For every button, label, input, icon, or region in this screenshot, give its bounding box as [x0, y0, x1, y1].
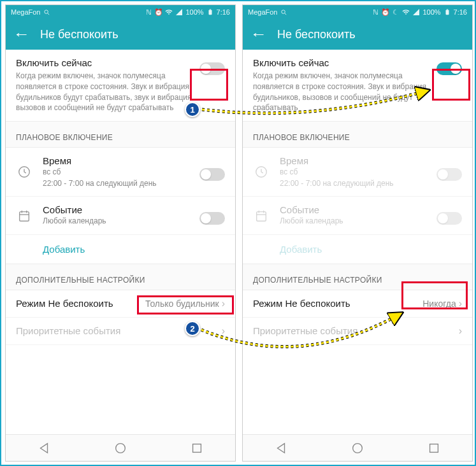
chevron-right-icon: › [222, 298, 225, 309]
enable-now-toggle[interactable] [436, 62, 462, 75]
status-bar: MegaFon ℕ ⏰ ☾ 100% 7:16 [243, 5, 472, 19]
annotation-badge-1: 1 [185, 102, 200, 117]
battery-label: 100% [185, 8, 203, 16]
nfc-icon: ℕ [145, 8, 152, 16]
page-title: Не беспокоить [40, 28, 119, 41]
svg-rect-5 [20, 211, 29, 221]
enable-now-row[interactable]: Включить сейчас Когда режим включен, зна… [6, 50, 235, 122]
nav-recent-icon[interactable] [427, 441, 441, 455]
time-label: Время [43, 155, 199, 166]
svg-point-20 [353, 443, 363, 453]
nav-back-icon[interactable] [37, 441, 51, 455]
event-toggle[interactable] [199, 212, 225, 225]
advanced-heading: ДОПОЛНИТЕЛЬНЫЕ НАСТРОЙКИ [6, 264, 235, 290]
time-row[interactable]: Время вс сб 22:00 - 7:00 на следующий де… [6, 148, 235, 197]
enable-now-title: Включить сейчас [253, 57, 430, 68]
carrier-label: MegaFon [11, 8, 40, 16]
svg-rect-3 [209, 9, 211, 10]
add-link: Добавить [243, 235, 472, 264]
chevron-right-icon: › [459, 298, 462, 309]
event-label: Событие [280, 204, 436, 215]
phone-screenshot-right: MegaFon ℕ ⏰ ☾ 100% 7:16 [242, 4, 473, 462]
signal-icon [412, 8, 420, 16]
nav-home-icon[interactable] [113, 441, 127, 455]
svg-line-12 [285, 13, 286, 14]
carrier-label: MegaFon [248, 8, 277, 16]
nav-recent-icon[interactable] [190, 441, 204, 455]
enable-now-row[interactable]: Включить сейчас Когда режим включен, зна… [243, 50, 472, 122]
settings-header: ← Не беспокоить [243, 19, 472, 50]
svg-rect-21 [430, 444, 438, 452]
event-toggle [436, 212, 462, 225]
dnd-mode-row[interactable]: Режим Не беспокоить Только будильник › [6, 290, 235, 318]
nav-home-icon[interactable] [350, 441, 364, 455]
time-range: 22:00 - 7:00 на следующий день [43, 179, 199, 189]
chevron-right-icon: › [222, 325, 225, 337]
enable-now-toggle[interactable] [199, 62, 225, 75]
time-label: 7:16 [454, 8, 467, 16]
add-link[interactable]: Добавить [6, 235, 235, 264]
time-days: вс сб [280, 167, 436, 178]
status-bar: MegaFon ℕ ⏰ 100% 7:16 [6, 5, 235, 19]
priority-label: Приоритетные события [253, 325, 459, 336]
settings-header: ← Не беспокоить [6, 19, 235, 50]
calendar-icon [16, 208, 32, 224]
event-sub: Любой календарь [280, 216, 436, 227]
dnd-moon-icon: ☾ [392, 8, 400, 16]
event-row[interactable]: Событие Любой календарь [6, 197, 235, 235]
time-toggle [436, 168, 462, 181]
clock-icon [16, 164, 32, 180]
calendar-icon [253, 208, 270, 224]
svg-line-1 [48, 13, 49, 14]
time-label: 7:16 [217, 8, 230, 16]
search-icon [280, 8, 287, 16]
svg-rect-2 [208, 10, 212, 15]
alarm-icon: ⏰ [155, 8, 162, 16]
enable-now-title: Включить сейчас [16, 57, 193, 68]
event-sub: Любой календарь [43, 216, 199, 227]
chevron-right-icon: › [459, 325, 462, 337]
android-navbar [243, 434, 472, 461]
svg-rect-13 [445, 10, 449, 15]
time-toggle[interactable] [199, 168, 225, 181]
clock-icon [253, 164, 270, 180]
nav-back-icon[interactable] [274, 441, 288, 455]
battery-label: 100% [422, 8, 440, 16]
annotation-badge-2: 2 [185, 321, 200, 336]
back-arrow-icon[interactable]: ← [250, 27, 267, 41]
signal-icon [175, 8, 183, 16]
dnd-mode-value: Только будильник [145, 299, 219, 309]
svg-rect-10 [193, 444, 201, 452]
nfc-icon: ℕ [371, 8, 379, 16]
battery-icon [206, 8, 214, 16]
wifi-icon [165, 8, 173, 16]
phone-screenshot-left: MegaFon ℕ ⏰ 100% 7:16 [5, 4, 236, 462]
battery-icon [444, 8, 451, 16]
time-range: 22:00 - 7:00 на следующий день [280, 179, 436, 189]
dnd-mode-row[interactable]: Режим Не беспокоить Никогда › [243, 290, 472, 318]
enable-now-desc: Когда режим включен, значок полумесяца п… [16, 71, 193, 113]
time-row: Время вс сб 22:00 - 7:00 на следующий де… [243, 148, 472, 197]
dnd-mode-label: Режим Не беспокоить [16, 298, 145, 309]
page-title: Не беспокоить [277, 28, 356, 41]
scheduled-heading: ПЛАНОВОЕ ВКЛЮЧЕНИЕ [243, 122, 472, 148]
enable-now-desc: Когда режим включен, значок полумесяца п… [253, 71, 430, 113]
search-icon [43, 8, 50, 16]
dnd-mode-label: Режим Не беспокоить [253, 298, 422, 309]
time-label: Время [280, 155, 436, 166]
priority-events-row: Приоритетные события › [6, 318, 235, 345]
priority-events-row: Приоритетные события › [243, 318, 472, 345]
wifi-icon [402, 8, 410, 16]
back-arrow-icon[interactable]: ← [13, 27, 30, 41]
time-days: вс сб [43, 167, 199, 178]
svg-point-0 [45, 10, 48, 13]
svg-rect-16 [257, 211, 266, 221]
svg-point-11 [282, 10, 285, 13]
event-row: Событие Любой календарь [243, 197, 472, 235]
event-label: Событие [43, 204, 199, 215]
android-navbar [6, 434, 235, 461]
svg-rect-14 [446, 9, 448, 10]
dnd-mode-value: Никогда [422, 299, 456, 309]
advanced-heading: ДОПОЛНИТЕЛЬНЫЕ НАСТРОЙКИ [243, 264, 472, 290]
scheduled-heading: ПЛАНОВОЕ ВКЛЮЧЕНИЕ [6, 122, 235, 148]
